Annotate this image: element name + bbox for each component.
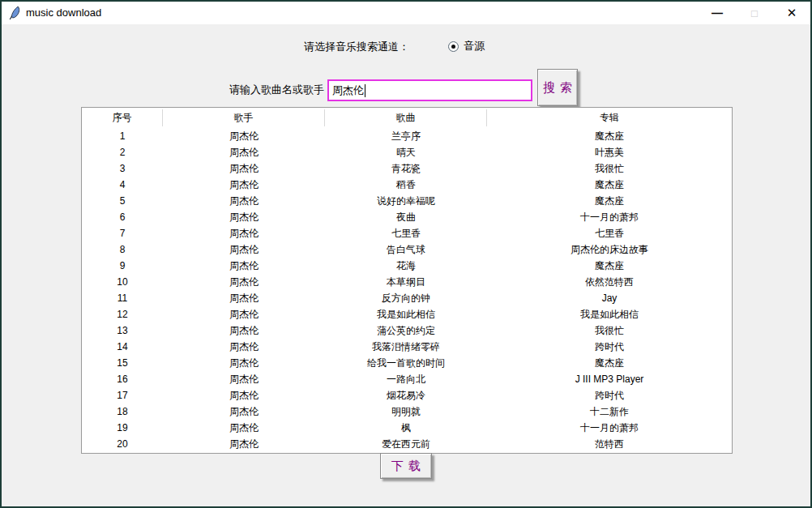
cell-artist: 周杰伦 [163,324,325,338]
search-button[interactable]: 搜索 [537,69,578,106]
table-body: 1 周杰伦 兰亭序 魔杰座 2 周杰伦 晴天 叶惠美 3 周杰伦 青花瓷 我很忙… [82,128,732,452]
title-bar: music download — □ ✕ [2,2,810,24]
cell-song: 告白气球 [325,243,487,257]
table-row[interactable]: 18 周杰伦 明明就 十二新作 [82,403,732,420]
cell-index: 3 [82,163,163,174]
cell-album: 我很忙 [487,324,732,338]
cell-song: 本草纲目 [325,275,487,289]
table-row[interactable]: 17 周杰伦 烟花易冷 跨时代 [82,387,732,403]
cell-index: 18 [82,406,163,417]
cell-album: 周杰伦的床边故事 [487,243,732,257]
app-window: music download — □ ✕ 请选择音乐搜索通道： 音源 请输入歌曲… [0,0,812,508]
cell-album: J III MP3 Player [487,374,732,385]
minimize-button[interactable]: — [703,2,731,24]
cell-song: 枫 [325,421,487,435]
cell-song: 反方向的钟 [325,292,487,305]
cell-song: 夜曲 [325,211,487,224]
table-row[interactable]: 13 周杰伦 蒲公英的约定 我很忙 [82,322,732,339]
cell-artist: 周杰伦 [163,405,325,419]
search-input-value: 周杰伦 [332,83,364,98]
table-row[interactable]: 16 周杰伦 一路向北 J III MP3 Player [82,371,732,387]
cell-artist: 周杰伦 [163,308,325,322]
cell-artist: 周杰伦 [163,146,325,160]
cell-song: 稻香 [325,178,487,192]
table-row[interactable]: 10 周杰伦 本草纲目 依然范特西 [82,274,732,290]
cell-song: 我落泪情绪零碎 [325,340,487,354]
search-input[interactable]: 周杰伦 [327,79,532,101]
table-row[interactable]: 3 周杰伦 青花瓷 我很忙 [82,160,732,177]
cell-index: 1 [82,130,163,142]
table-row[interactable]: 8 周杰伦 告白气球 周杰伦的床边故事 [82,241,732,258]
table-row[interactable]: 5 周杰伦 说好的幸福呢 魔杰座 [82,193,732,209]
cell-album: 叶惠美 [487,146,732,160]
close-button[interactable]: ✕ [778,2,806,24]
header-album[interactable]: 专辑 [487,109,732,126]
table-row[interactable]: 1 周杰伦 兰亭序 魔杰座 [82,128,732,144]
text-caret [365,84,365,97]
cell-song: 七里香 [325,227,487,241]
cell-index: 9 [82,260,163,271]
cell-artist: 周杰伦 [163,356,325,370]
cell-song: 给我一首歌的时间 [325,356,487,370]
cell-album: 范特西 [487,438,732,451]
table-row[interactable]: 4 周杰伦 稻香 魔杰座 [82,177,732,193]
cell-song: 说好的幸福呢 [325,194,487,208]
results-table: 序号 歌手 歌曲 专辑 1 周杰伦 兰亭序 魔杰座 2 周杰伦 晴天 叶惠美 3… [81,107,733,454]
cell-song: 我是如此相信 [325,308,487,322]
cell-song: 明明就 [325,405,487,419]
cell-song: 烟花易冷 [325,389,487,403]
cell-artist: 周杰伦 [163,162,325,176]
table-row[interactable]: 19 周杰伦 枫 十一月的萧邦 [82,420,732,436]
cell-album: 魔杰座 [487,178,732,192]
cell-album: 我是如此相信 [487,308,732,322]
radio-source-label: 音源 [464,39,485,53]
header-index[interactable]: 序号 [82,109,163,126]
cell-artist: 周杰伦 [163,130,325,143]
table-row[interactable]: 11 周杰伦 反方向的钟 Jay [82,290,732,306]
cell-album: 跨时代 [487,340,732,354]
cell-index: 11 [82,292,163,304]
table-row[interactable]: 6 周杰伦 夜曲 十一月的萧邦 [82,209,732,225]
cell-album: 魔杰座 [487,356,732,370]
channel-select-label: 请选择音乐搜索通道： [304,40,409,54]
header-song[interactable]: 歌曲 [325,109,487,126]
radio-source[interactable]: 音源 [448,39,485,53]
cell-artist: 周杰伦 [163,194,325,208]
table-row[interactable]: 9 周杰伦 花海 魔杰座 [82,258,732,274]
table-row[interactable]: 12 周杰伦 我是如此相信 我是如此相信 [82,306,732,322]
radio-button-icon[interactable] [448,41,459,52]
cell-song: 一路向北 [325,373,487,386]
cell-album: 魔杰座 [487,130,732,143]
radio-selected-dot [451,45,455,49]
cell-artist: 周杰伦 [163,340,325,354]
cell-album: 跨时代 [487,389,732,403]
cell-index: 15 [82,357,163,369]
table-row[interactable]: 14 周杰伦 我落泪情绪零碎 跨时代 [82,339,732,355]
table-row[interactable]: 20 周杰伦 爱在西元前 范特西 [82,436,732,452]
cell-album: 依然范特西 [487,275,732,289]
cell-index: 12 [82,309,163,320]
cell-album: Jay [487,292,732,304]
table-row[interactable]: 15 周杰伦 给我一首歌的时间 魔杰座 [82,355,732,371]
cell-album: 七里香 [487,227,732,241]
cell-index: 8 [82,244,163,255]
cell-album: 魔杰座 [487,194,732,208]
cell-artist: 周杰伦 [163,438,325,451]
cell-artist: 周杰伦 [163,373,325,386]
cell-song: 青花瓷 [325,162,487,176]
table-row[interactable]: 7 周杰伦 七里香 七里香 [82,225,732,241]
cell-index: 7 [82,228,163,239]
cell-artist: 周杰伦 [163,211,325,224]
table-row[interactable]: 2 周杰伦 晴天 叶惠美 [82,144,732,160]
cell-artist: 周杰伦 [163,178,325,192]
cell-artist: 周杰伦 [163,243,325,257]
download-button[interactable]: 下载 [380,453,432,479]
cell-song: 兰亭序 [325,130,487,143]
cell-artist: 周杰伦 [163,421,325,435]
cell-index: 5 [82,195,163,207]
cell-artist: 周杰伦 [163,259,325,273]
cell-index: 2 [82,147,163,158]
maximize-button: □ [741,2,768,24]
header-artist[interactable]: 歌手 [163,109,325,126]
cell-album: 十一月的萧邦 [487,421,732,435]
